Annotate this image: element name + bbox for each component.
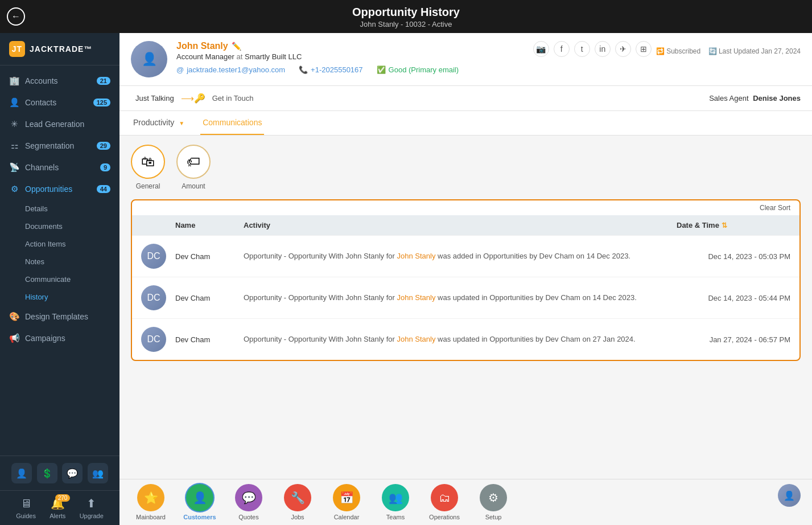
row-date-2: Dec 14, 2023 - 05:44 PM (677, 294, 790, 302)
documents-label: Documents (25, 222, 63, 231)
bottom-dollar-icon[interactable]: 💲 (37, 463, 57, 483)
notes-label: Notes (25, 257, 44, 266)
bottom-nav-quotes[interactable]: 💬 Quotes (229, 484, 269, 520)
bottom-nav-mainboard[interactable]: ⭐ Mainboard (131, 484, 171, 520)
stage-get-in-touch[interactable]: Get in Touch (208, 94, 258, 102)
main-content: 🛍 General 🏷 Amount Clear Sort Name Activ… (119, 136, 812, 479)
sidebar-item-opportunities[interactable]: ⚙ Opportunities 44 (0, 178, 119, 200)
activity-highlight-3[interactable]: John Stanly (397, 335, 436, 343)
bottom-nav-teams[interactable]: 👥 Teams (376, 484, 415, 520)
segmentation-icon: ⚏ (9, 141, 19, 151)
setup-label: Setup (485, 514, 502, 520)
contact-phone[interactable]: 📞 +1-2025550167 (299, 65, 362, 74)
bottom-nav-operations[interactable]: 🗂 Operations (424, 484, 464, 520)
customers-icon: 👤 (186, 484, 213, 511)
row-name-3: Dev Cham (175, 335, 244, 344)
sidebar-item-channels[interactable]: 📡 Channels 9 (0, 157, 119, 178)
general-filter-circle: 🛍 (131, 145, 165, 179)
amount-filter-label: Amount (182, 182, 205, 190)
sidebar-sub-details[interactable]: Details (0, 200, 119, 218)
linkedin-icon[interactable]: in (595, 41, 611, 57)
profile-avatar: 👤 (778, 484, 801, 507)
tab-communications[interactable]: Communications (200, 111, 264, 135)
filter-general[interactable]: 🛍 General (131, 145, 165, 190)
phone-icon: 📞 (299, 65, 308, 74)
calendar-label: Calendar (334, 514, 360, 520)
sidebar-item-campaigns[interactable]: 📢 Campaigns (0, 327, 119, 349)
tab-productivity[interactable]: Productivity ▼ (131, 111, 187, 135)
page-title: Opportunity History (0, 6, 812, 19)
sidebar-sub-action-items[interactable]: Action Items (0, 235, 119, 253)
grid-icon[interactable]: ⊞ (636, 41, 652, 57)
sidebar-sub-communicate[interactable]: Communicate (0, 270, 119, 288)
instagram-icon[interactable]: 📷 (533, 41, 549, 57)
filter-amount[interactable]: 🏷 Amount (176, 145, 211, 190)
brand-name: JACKTRADE™ (30, 44, 92, 54)
action-items-label: Action Items (25, 240, 66, 248)
sidebar-sub-documents[interactable]: Documents (0, 218, 119, 235)
user-profile-avatar[interactable]: 👤 (778, 484, 801, 520)
accounts-icon: 🏢 (9, 76, 19, 86)
facebook-icon[interactable]: f (554, 41, 570, 57)
edit-icon[interactable]: ✏️ (232, 42, 241, 51)
amount-filter-circle: 🏷 (176, 145, 211, 179)
bottom-nav-customers[interactable]: 👤 Customers (180, 484, 220, 520)
sidebar-sub-history[interactable]: History (0, 288, 119, 306)
stage-just-talking[interactable]: Just Talking (131, 94, 179, 102)
th-datetime[interactable]: Date & Time ⇅ (677, 221, 790, 229)
sidebar-item-segmentation[interactable]: ⚏ Segmentation 29 (0, 135, 119, 157)
check-icon: ✅ (377, 65, 386, 74)
sidebar: JT JACKTRADE™ 🏢 Accounts 21 👤 Contacts 1… (0, 33, 119, 525)
sidebar-item-accounts[interactable]: 🏢 Accounts 21 (0, 70, 119, 92)
alerts-badge: 270 (55, 494, 71, 502)
sidebar-item-design-templates[interactable]: 🎨 Design Templates (0, 306, 119, 327)
row-activity-2: Opportunity - Opportunity With John Stan… (244, 293, 677, 303)
sidebar-item-contacts[interactable]: 👤 Contacts 125 (0, 92, 119, 113)
bottom-chat-icon[interactable]: 💬 (62, 463, 83, 483)
contacts-label: Contacts (25, 98, 56, 107)
operations-icon: 🗂 (431, 484, 458, 511)
bottom-nav: ⭐ Mainboard 👤 Customers 💬 Quotes 🔧 Jobs … (119, 479, 812, 525)
row-avatar-3: DC (141, 327, 166, 352)
bottom-people-icon[interactable]: 👥 (88, 463, 108, 483)
alerts-button[interactable]: 270 🔔 Alerts (50, 497, 65, 519)
bottom-nav-setup[interactable]: ⚙ Setup (473, 484, 513, 520)
filter-row: 🛍 General 🏷 Amount (131, 145, 801, 190)
sidebar-item-lead-generation[interactable]: ✳ Lead Generation (0, 113, 119, 135)
row-avatar-1: DC (141, 244, 166, 269)
sidebar-logo: JT JACKTRADE™ (0, 33, 119, 65)
accounts-label: Accounts (25, 76, 58, 85)
last-updated: 🔄 Last Updated Jan 27, 2024 (708, 47, 801, 55)
social-icons: 📷 f t in ✈ ⊞ (533, 41, 652, 57)
contact-email[interactable]: @ jacktrade.tester1@yahoo.com (176, 65, 285, 74)
teams-label: Teams (386, 514, 405, 520)
contact-title: Account Manager at Smartly Built LLC (176, 52, 459, 61)
activity-highlight-2[interactable]: John Stanly (397, 293, 436, 302)
th-activity: Activity (244, 221, 677, 229)
pipeline-bar: Just Talking ⟶🔑 Get in Touch Sales Agent… (119, 86, 812, 111)
clear-sort-button[interactable]: Clear Sort (132, 200, 799, 215)
telegram-icon[interactable]: ✈ (615, 41, 631, 57)
campaigns-icon: 📢 (9, 333, 19, 343)
guides-button[interactable]: 🖥 Guides (16, 497, 36, 519)
bottom-user-icon[interactable]: 👤 (11, 463, 32, 483)
bottom-nav-jobs[interactable]: 🔧 Jobs (278, 484, 318, 520)
row-name-2: Dev Cham (175, 294, 244, 302)
twitter-icon[interactable]: t (574, 41, 590, 57)
bottom-nav-calendar[interactable]: 📅 Calendar (327, 484, 366, 520)
sidebar-sub-notes[interactable]: Notes (0, 253, 119, 270)
logo-icon: JT (9, 41, 25, 57)
sidebar-bottom-icons: 👤 💲 💬 👥 (0, 456, 119, 490)
segmentation-badge: 29 (97, 142, 110, 150)
activity-highlight-1[interactable]: John Stanly (397, 252, 436, 260)
th-avatar (141, 221, 175, 229)
quotes-icon: 💬 (235, 484, 262, 511)
back-button[interactable]: ← (7, 7, 25, 26)
campaigns-label: Campaigns (25, 334, 65, 343)
page-subtitle: John Stanly - 10032 - Active (0, 20, 812, 28)
content-area: 👤 John Stanly ✏️ Account Manager at Smar… (119, 33, 812, 525)
general-filter-label: General (136, 182, 160, 190)
row-date-3: Jan 27, 2024 - 06:57 PM (677, 335, 790, 344)
stage-arrow: ⟶🔑 (181, 93, 205, 104)
upgrade-button[interactable]: ⬆ Upgrade (80, 497, 104, 519)
